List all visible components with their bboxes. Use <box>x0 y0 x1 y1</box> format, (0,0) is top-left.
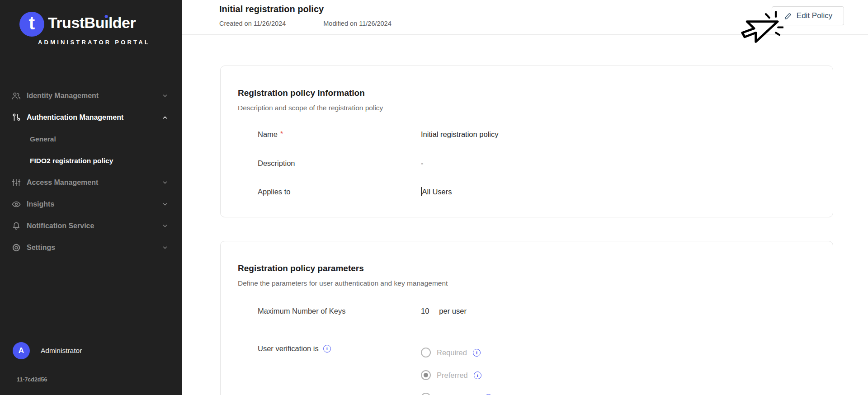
user-verification-label: User verification is <box>258 344 421 353</box>
brand-wordmark: TrustBuılder <box>48 14 136 32</box>
registration-policy-information-card: Registration policy information Descript… <box>220 66 833 217</box>
name-row: Name * Initial registration policy <box>258 129 815 140</box>
card-title: Registration policy parameters <box>238 263 364 273</box>
radio-option-required[interactable]: Required <box>421 347 481 358</box>
description-value: - <box>421 159 424 168</box>
sidebar-item-label: Insights <box>27 200 54 208</box>
main-content: Initial registration policy Created on 1… <box>182 0 868 395</box>
info-icon[interactable] <box>474 371 481 379</box>
chevron-down-icon <box>162 245 168 251</box>
radio-label: Discouraged <box>437 394 479 395</box>
sidebar-item-label: Access Management <box>27 179 98 187</box>
sidebar-subitem-general[interactable]: General <box>0 128 182 150</box>
sidebar-subitem-fido2-registration-policy[interactable]: FIDO2 registration policy <box>0 150 182 172</box>
created-date: Created on 11/26/2024 <box>219 20 286 27</box>
app-root: t TrustBuılder ADMINISTRATOR PORTAL Iden… <box>0 0 868 395</box>
gear-icon <box>11 243 21 253</box>
pencil-icon <box>783 12 792 20</box>
user-verification-row: User verification is <box>258 343 815 354</box>
sliders-icon <box>11 178 21 188</box>
chevron-down-icon <box>162 223 168 229</box>
sidebar-item-authentication-management[interactable]: Authentication Management <box>0 107 182 128</box>
required-asterisk: * <box>280 130 283 138</box>
chevron-down-icon <box>162 179 168 186</box>
text-caret <box>421 187 422 196</box>
applies-to-value: All Users <box>421 187 452 196</box>
chevron-up-icon <box>162 114 168 121</box>
radio-label: Required <box>437 348 467 357</box>
info-icon[interactable] <box>323 345 331 353</box>
max-keys-row: Maximum Number of Keys 10 per user <box>258 306 815 316</box>
user-menu[interactable]: A Administrator <box>13 342 82 359</box>
description-label: Description <box>258 159 421 168</box>
avatar: A <box>13 342 30 359</box>
sidebar-subitem-label: General <box>30 135 56 143</box>
card-title: Registration policy information <box>238 88 365 98</box>
brand-word-pre: TrustBu <box>48 14 104 31</box>
edit-policy-label: Edit Policy <box>797 11 832 20</box>
sidebar-nav: Identity Management Authentication Manag… <box>0 85 182 259</box>
sidebar-item-insights[interactable]: Insights <box>0 193 182 215</box>
logo-letter: t <box>29 13 35 33</box>
sidebar-item-label: Authentication Management <box>27 113 123 122</box>
sidebar-item-label: Settings <box>27 244 55 252</box>
avatar-initial: A <box>19 346 24 355</box>
user-name: Administrator <box>41 347 82 355</box>
trustbuilder-logo-icon: t <box>19 12 44 37</box>
chevron-down-icon <box>162 93 168 99</box>
users-icon <box>11 91 21 101</box>
name-value: Initial registration policy <box>421 130 499 139</box>
radio-option-preferred[interactable]: Preferred <box>421 370 481 381</box>
radio-option-discouraged[interactable]: Discouraged <box>421 392 492 395</box>
sidebar-item-label: Notification Service <box>27 222 94 230</box>
radio-unselected-icon[interactable] <box>421 393 431 395</box>
sidebar-subitem-label: FIDO2 registration policy <box>30 157 113 165</box>
applies-to-label: Applies to <box>258 188 421 196</box>
card-subtitle: Description and scope of the registratio… <box>238 104 383 112</box>
max-keys-value: 10 per user <box>421 307 467 315</box>
max-keys-label: Maximum Number of Keys <box>258 307 421 315</box>
sidebar-item-settings[interactable]: Settings <box>0 237 182 259</box>
page-header: Initial registration policy Created on 1… <box>182 0 868 35</box>
description-row: Description - <box>258 158 815 169</box>
chevron-down-icon <box>162 201 168 207</box>
name-label: Name * <box>258 130 421 139</box>
sidebar-item-notification-service[interactable]: Notification Service <box>0 215 182 237</box>
brand-word-i: ı <box>104 14 108 31</box>
sidebar-item-access-management[interactable]: Access Management <box>0 172 182 193</box>
radio-label: Preferred <box>437 371 468 380</box>
policy-meta: Created on 11/26/2024 Modified on 11/26/… <box>219 20 392 27</box>
applies-to-row: Applies to All Users <box>258 186 815 197</box>
page-title: Initial registration policy <box>219 4 324 14</box>
max-keys-suffix: per user <box>439 307 467 315</box>
fork-key-icon <box>11 113 21 122</box>
radio-selected-icon[interactable] <box>421 370 431 380</box>
bell-icon <box>11 221 21 231</box>
modified-date: Modified on 11/26/2024 <box>323 20 392 27</box>
brand-tagline: ADMINISTRATOR PORTAL <box>38 39 150 46</box>
eye-icon <box>11 199 21 209</box>
sidebar: t TrustBuılder ADMINISTRATOR PORTAL Iden… <box>0 0 182 395</box>
radio-unselected-icon[interactable] <box>421 348 431 357</box>
edit-policy-button[interactable]: Edit Policy <box>772 6 844 25</box>
info-icon[interactable] <box>473 349 481 357</box>
sidebar-item-identity-management[interactable]: Identity Management <box>0 85 182 107</box>
card-subtitle: Define the parameters for user authentic… <box>238 279 448 287</box>
version-label: 11-7cd2d56 <box>17 376 47 383</box>
sidebar-item-label: Identity Management <box>27 92 99 100</box>
registration-policy-parameters-card: Registration policy parameters Define th… <box>220 241 833 395</box>
brand-word-post: lder <box>108 14 136 31</box>
